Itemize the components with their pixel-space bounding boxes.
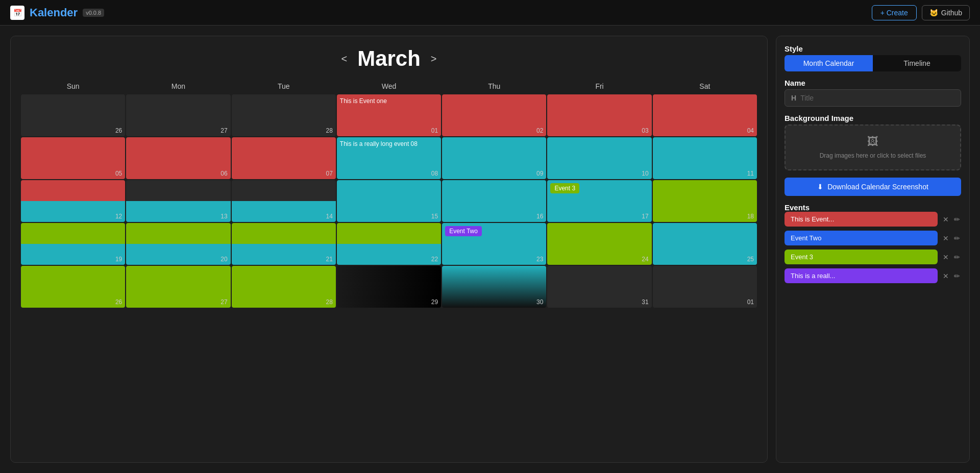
table-row[interactable]: 14 <box>232 180 336 222</box>
download-icon: ⬇ <box>817 183 823 191</box>
tab-timeline[interactable]: Timeline <box>873 55 961 71</box>
list-item: This is Event... ✕ ✏ <box>785 212 961 227</box>
table-row[interactable]: 05 <box>21 137 125 179</box>
version-badge: v0.0.8 <box>83 9 104 17</box>
table-row[interactable]: 06 <box>126 137 230 179</box>
title-input-wrap[interactable]: H <box>785 89 961 107</box>
app-name: Kalender <box>30 6 78 19</box>
list-item: Event 3 ✕ ✏ <box>785 250 961 264</box>
calendar-grid: Sun Mon Tue Wed Thu Fri Sat 26 27 28 Thi… <box>21 79 757 308</box>
download-label: Download Calendar Screenshot <box>827 183 928 191</box>
table-row[interactable]: 10 <box>547 137 651 179</box>
table-row[interactable]: 26 <box>21 266 125 308</box>
table-row[interactable]: 03 <box>547 94 651 136</box>
day-header-sun: Sun <box>21 79 125 93</box>
table-row[interactable]: 11 <box>653 137 757 179</box>
table-row[interactable]: 09 <box>442 137 546 179</box>
events-section: Events This is Event... ✕ ✏ Event Two ✕ … <box>785 203 961 283</box>
upload-icon: 🖼 <box>867 135 878 148</box>
table-row[interactable]: 28 <box>232 94 336 136</box>
table-row[interactable]: 26 <box>21 94 125 136</box>
event-edit-button-1[interactable]: ✏ <box>953 214 961 225</box>
table-row[interactable]: 07 <box>232 137 336 179</box>
table-row[interactable]: 28 <box>232 266 336 308</box>
table-row[interactable]: 20 <box>126 223 230 265</box>
event-list: This is Event... ✕ ✏ Event Two ✕ ✏ Event… <box>785 212 961 283</box>
event-item-icons-2: ✕ ✏ <box>942 233 961 243</box>
event-item-icons-4: ✕ ✏ <box>942 271 961 281</box>
event-delete-button-4[interactable]: ✕ <box>942 271 950 281</box>
main-layout: < March > Sun Mon Tue Wed Thu Fri Sat 26… <box>0 26 980 473</box>
bg-image-label: Background Image <box>785 114 961 122</box>
event-edit-button-4[interactable]: ✏ <box>953 271 961 281</box>
event-delete-button-2[interactable]: ✕ <box>942 233 950 243</box>
table-row[interactable]: 12 <box>21 180 125 222</box>
table-row[interactable]: 25 <box>653 223 757 265</box>
header-left: 📅 Kalender v0.0.8 <box>10 6 104 20</box>
create-button[interactable]: + Create <box>872 5 917 20</box>
event-label-three: Event 3 <box>550 183 579 193</box>
table-row[interactable]: 30 <box>442 266 546 308</box>
event-edit-button-3[interactable]: ✏ <box>953 252 961 262</box>
event-edit-button-2[interactable]: ✏ <box>953 233 961 243</box>
list-item: This is a reall... ✕ ✏ <box>785 268 961 283</box>
event-chip-3[interactable]: Event 3 <box>785 250 938 264</box>
table-row[interactable]: 16 <box>442 180 546 222</box>
github-button[interactable]: 🐱 Github <box>922 5 970 20</box>
github-label: Github <box>941 9 962 17</box>
table-row[interactable]: 13 <box>126 180 230 222</box>
name-label: Name <box>785 79 961 87</box>
style-tabs: Month Calendar Timeline <box>785 55 961 71</box>
table-row[interactable]: 01 <box>653 266 757 308</box>
table-row[interactable]: Event Two 23 <box>442 223 546 265</box>
table-row[interactable]: 24 <box>547 223 651 265</box>
right-panel: Style Month Calendar Timeline Name H Bac… <box>776 36 970 463</box>
header-right: + Create 🐱 Github <box>872 5 970 20</box>
table-row[interactable]: 21 <box>232 223 336 265</box>
table-row[interactable]: 22 <box>337 223 441 265</box>
table-row[interactable]: 29 <box>337 266 441 308</box>
table-row[interactable]: 27 <box>126 94 230 136</box>
day-header-sat: Sat <box>653 79 757 93</box>
day-header-wed: Wed <box>337 79 441 93</box>
style-label: Style <box>785 44 961 53</box>
event-delete-button-3[interactable]: ✕ <box>942 252 950 262</box>
name-section: Name H <box>785 79 961 107</box>
bg-image-dropzone[interactable]: 🖼 Drag images here or click to select fi… <box>785 125 961 170</box>
table-row[interactable]: This is a really long event 08 08 <box>337 137 441 179</box>
calendar-panel: < March > Sun Mon Tue Wed Thu Fri Sat 26… <box>10 36 768 463</box>
prev-month-button[interactable]: < <box>341 53 347 65</box>
event-label-two: Event Two <box>445 226 482 236</box>
table-row[interactable]: 27 <box>126 266 230 308</box>
list-item: Event Two ✕ ✏ <box>785 231 961 245</box>
day-header-tue: Tue <box>232 79 336 93</box>
tab-month-calendar[interactable]: Month Calendar <box>785 55 873 71</box>
table-row[interactable]: 18 <box>653 180 757 222</box>
event-item-icons-3: ✕ ✏ <box>942 252 961 262</box>
bg-image-section: Background Image 🖼 Drag images here or c… <box>785 114 961 170</box>
next-month-button[interactable]: > <box>431 53 437 65</box>
event-chip-1[interactable]: This is Event... <box>785 212 938 227</box>
calendar-header: < March > <box>21 46 757 71</box>
month-title: March <box>357 46 421 71</box>
title-input[interactable] <box>800 94 954 102</box>
table-row[interactable]: 15 <box>337 180 441 222</box>
style-section: Style Month Calendar Timeline <box>785 44 961 71</box>
h-icon: H <box>791 94 796 102</box>
day-header-mon: Mon <box>126 79 230 93</box>
table-row[interactable]: 02 <box>442 94 546 136</box>
event-label-long: This is a really long event 08 <box>340 140 438 148</box>
day-header-thu: Thu <box>442 79 546 93</box>
github-icon: 🐱 <box>929 9 938 17</box>
table-row[interactable]: 19 <box>21 223 125 265</box>
event-chip-2[interactable]: Event Two <box>785 231 938 245</box>
event-chip-4[interactable]: This is a reall... <box>785 268 938 283</box>
table-row[interactable]: This is Event one 01 <box>337 94 441 136</box>
download-button[interactable]: ⬇ Download Calendar Screenshot <box>785 178 961 196</box>
app-header: 📅 Kalender v0.0.8 + Create 🐱 Github <box>0 0 980 26</box>
event-delete-button-1[interactable]: ✕ <box>942 214 950 225</box>
table-row[interactable]: 04 <box>653 94 757 136</box>
table-row[interactable]: Event 3 17 <box>547 180 651 222</box>
event-label-one: This is Event one <box>340 97 438 106</box>
table-row[interactable]: 31 <box>547 266 651 308</box>
